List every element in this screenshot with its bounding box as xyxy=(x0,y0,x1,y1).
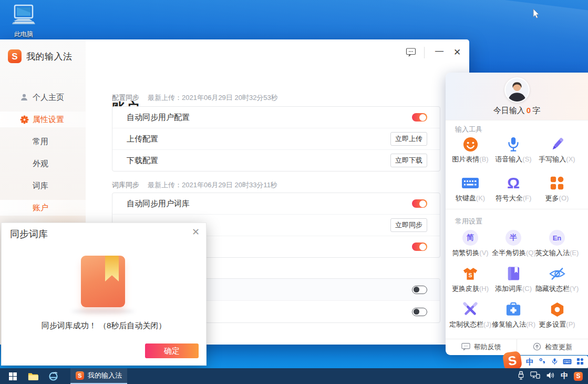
microphone-icon xyxy=(492,135,535,154)
dialog-close-icon[interactable]: ✕ xyxy=(192,226,200,238)
section-label-common-settings: 常用设置 xyxy=(455,217,482,226)
update-arrow-icon xyxy=(533,342,541,352)
setting-row: 自动同步用户词库 xyxy=(112,193,440,215)
avatar[interactable] xyxy=(504,77,530,103)
section-header-lexicon-sync: 词库同步 最新上传：2021年06月29日 20时33分11秒 xyxy=(112,180,277,190)
app-title: 我的输入法 xyxy=(26,50,73,63)
sidebar-item-settings[interactable]: 属性设置 xyxy=(0,112,86,127)
pencil-icon xyxy=(535,135,579,154)
feedback-bubble-icon xyxy=(406,50,416,59)
tool-symbols[interactable]: Ω 符号大全(F) xyxy=(492,174,535,203)
sidebar-item-general[interactable]: 常用 xyxy=(0,134,86,149)
ok-button[interactable]: 确定 xyxy=(145,343,199,358)
sidebar-item-label: 个人主页 xyxy=(33,93,64,103)
emoji-icon xyxy=(449,135,492,154)
setting-hide-statusbar[interactable]: 隐藏状态栏(Y) xyxy=(535,264,579,294)
shirt-icon: S xyxy=(449,264,492,283)
usb-icon[interactable] xyxy=(518,371,524,382)
check-update-button[interactable]: 检查更新 xyxy=(517,339,588,355)
setting-change-skin[interactable]: S 更换皮肤(H) xyxy=(449,264,492,294)
sync-lexicon-dialog: 同步词库 ✕ 同步词库成功！ （8秒后自动关闭） 确定 xyxy=(1,223,207,366)
setting-simp-trad[interactable]: 简 简繁切换(V) xyxy=(449,228,492,258)
tool-soft-keyboard[interactable]: 软键盘(K) xyxy=(449,174,492,203)
medkit-icon xyxy=(492,300,535,319)
sidebar-item-account[interactable]: 账户 xyxy=(0,200,86,216)
app-logo-row: S 我的输入法 xyxy=(8,49,73,63)
sync-toggle[interactable] xyxy=(412,242,427,251)
last-upload-time: 最新上传：2021年06月29日 20时32分53秒 xyxy=(148,93,278,103)
gear-flower-icon xyxy=(20,115,29,124)
today-input-count: 今日输入0字 xyxy=(446,106,588,116)
config-sync-card: 自动同步用户配置 上传配置 立即上传 下载配置 立即下载 xyxy=(112,106,440,171)
controls-divider xyxy=(424,47,425,58)
sidebar-item-appearance[interactable]: 外观 xyxy=(0,156,86,171)
jian-badge-icon: 简 xyxy=(462,230,478,246)
setting-row: 上传配置 立即上传 xyxy=(112,128,440,150)
minimize-button[interactable]: — xyxy=(433,46,446,56)
ime-mode-chinese[interactable]: 中 xyxy=(526,357,534,367)
dialog-message: 同步词库成功！ （8秒后自动关闭） xyxy=(2,321,206,331)
mouse-cursor xyxy=(533,8,541,21)
sogou-logo-icon: S xyxy=(76,371,84,380)
ime-status-bar: 中 xyxy=(518,356,588,369)
tool-handwriting[interactable]: 手写输入(X) xyxy=(535,135,579,164)
omega-icon: Ω xyxy=(507,175,520,191)
svg-text:S: S xyxy=(469,272,472,278)
hex-gear-icon xyxy=(535,300,579,319)
sogou-logo-icon: S xyxy=(8,49,22,63)
ime-punctuation-icon[interactable] xyxy=(539,357,546,367)
setting-full-half-width[interactable]: 半 全半角切换(Q) xyxy=(492,228,535,258)
tool-more[interactable]: 更多(O) xyxy=(535,174,579,203)
upload-now-button[interactable]: 立即上传 xyxy=(390,132,427,146)
lexicon-book-icon xyxy=(81,256,125,307)
eye-off-icon xyxy=(535,264,579,283)
taskbar: S 我的输入法 中 S xyxy=(0,368,588,384)
keyboard-icon xyxy=(449,174,492,193)
tray-sogou-icon[interactable]: S xyxy=(574,372,583,381)
this-pc-icon xyxy=(12,20,36,29)
setting-repair-ime[interactable]: 修复输入法(R) xyxy=(492,300,535,329)
tool-voice[interactable]: 语音输入(S) xyxy=(492,135,535,164)
desktop-icon-this-pc[interactable]: 此电脑 xyxy=(7,4,40,39)
en-badge-icon: En xyxy=(549,230,565,246)
sync-now-button[interactable]: 立即同步 xyxy=(390,218,427,232)
taskbar-active-task[interactable]: S 我的输入法 xyxy=(70,368,127,384)
tray-ime-mode[interactable]: 中 xyxy=(561,371,568,381)
ime-keyboard-icon[interactable] xyxy=(563,358,572,367)
section-label-input-tools: 输入工具 xyxy=(455,125,482,134)
setting-customize-statusbar[interactable]: 定制状态栏(J) xyxy=(449,300,492,329)
tools-icon xyxy=(449,300,492,319)
start-button[interactable] xyxy=(2,368,23,384)
auto-sync-lexicon-toggle[interactable] xyxy=(412,199,427,208)
book-icon xyxy=(492,264,535,283)
close-button[interactable]: ✕ xyxy=(451,47,463,58)
download-now-button[interactable]: 立即下载 xyxy=(390,154,427,167)
network-icon[interactable] xyxy=(530,371,540,381)
today-count: 0 xyxy=(525,106,532,115)
setting-more-settings[interactable]: 更多设置(P) xyxy=(535,300,579,329)
section-header-config-sync: 配置同步 最新上传：2021年06月29日 20时32分53秒 xyxy=(112,93,278,103)
ime-toolbox-icon[interactable] xyxy=(576,358,584,367)
user-icon xyxy=(20,93,29,102)
file-explorer-button[interactable] xyxy=(23,368,43,384)
feedback-button[interactable] xyxy=(405,47,417,59)
system-tray: 中 S xyxy=(518,371,588,382)
internet-explorer-button[interactable] xyxy=(43,368,63,384)
setting-add-lexicon[interactable]: 添加词库(C) xyxy=(492,264,535,294)
sidebar-item-lexicon[interactable]: 词库 xyxy=(0,178,86,194)
ban-badge-icon: 半 xyxy=(506,230,521,246)
ime-toolbox-panel: 今日输入0字 输入工具 图片表情(B) 语音输入(S) 手写输入(X) 软键盘(… xyxy=(446,73,588,355)
sidebar-item-home[interactable]: 个人主页 xyxy=(0,89,86,105)
more-grid-icon xyxy=(535,174,579,193)
setting-toggle-off[interactable] xyxy=(412,286,427,294)
this-pc-label: 此电脑 xyxy=(7,30,40,39)
setting-english-ime[interactable]: En 英文输入法(E) xyxy=(535,228,579,258)
auto-sync-config-toggle[interactable] xyxy=(412,113,427,122)
volume-icon[interactable] xyxy=(546,371,555,381)
sidebar-item-label: 属性设置 xyxy=(33,115,64,125)
setting-row: 自动同步用户配置 xyxy=(112,107,440,128)
setting-toggle-off[interactable] xyxy=(412,308,427,316)
tool-emoji[interactable]: 图片表情(B) xyxy=(449,135,492,164)
setting-row: 下载配置 立即下载 xyxy=(112,150,440,171)
ime-mic-icon[interactable] xyxy=(551,357,558,368)
